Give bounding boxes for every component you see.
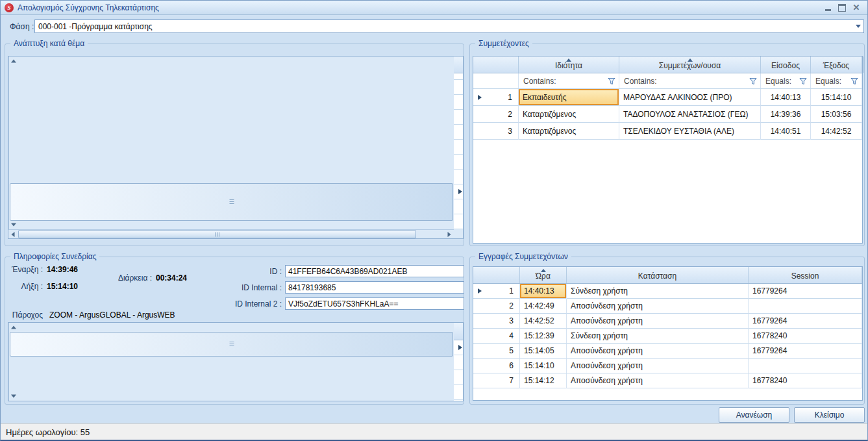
minimize-icon[interactable]: [821, 3, 835, 13]
refresh-button[interactable]: Ανανέωση: [719, 407, 789, 423]
row-number-cell[interactable]: 45: [454, 73, 463, 80]
table-row[interactable]: 5310/02/2022Τακτικό πλάνο επικοινωνίας μ…: [454, 184, 463, 199]
row-number-cell[interactable]: 54: [454, 199, 463, 214]
row-number-cell[interactable]: 3: [473, 314, 520, 329]
table-row[interactable]: 3ΚαταρτιζόμενοςΤΣΕΛΕΚΙΔΟΥ ΕΥΣΤΑΘΙΑ (ΑΛΕ)…: [473, 123, 862, 140]
table-row[interactable]: 715:14:12Αποσύνδεση χρήστη16778240: [473, 373, 862, 388]
row-number-cell[interactable]: 5: [473, 344, 520, 359]
row-number-cell[interactable]: 55: [454, 214, 463, 229]
row-number-cell[interactable]: 48: [454, 110, 463, 125]
cell-time[interactable]: 15:14:12: [520, 373, 567, 388]
column-header[interactable]: [473, 57, 519, 73]
cell-status[interactable]: Σύνδεση χρήστη: [567, 329, 749, 344]
session-id-internal-field[interactable]: [285, 281, 464, 294]
table-row[interactable]: 515:14:05Αποσύνδεση χρήστη16779264: [473, 344, 862, 359]
cell-status[interactable]: Αποσύνδεση χρήστη: [567, 314, 749, 329]
cell-participant-name[interactable]: ΜΑΡΟΥΔΑΣ ΑΛΚΙΝΟΟΣ (ΠΡΟ): [619, 89, 761, 106]
cell-entry-time[interactable]: 14:39:36: [761, 106, 811, 123]
filter-cell[interactable]: Contains:: [619, 73, 761, 88]
column-header[interactable]: Συμμετέχων/ουσα: [619, 57, 761, 73]
column-header[interactable]: Ώρα: [520, 267, 567, 283]
cell-entry-time[interactable]: 14:40:13: [761, 89, 811, 106]
cell-session[interactable]: [749, 359, 862, 373]
row-number-cell[interactable]: 1: [473, 89, 519, 106]
row-number-cell[interactable]: 51: [454, 155, 463, 170]
table-row[interactable]: 4605/02/2022Τακτικό πλάνο επικοινωνίας μ…: [454, 80, 463, 95]
cell-session[interactable]: 16779264: [749, 314, 862, 329]
row-number-cell[interactable]: 2: [473, 106, 519, 123]
development-horizontal-scrollbar[interactable]: [8, 229, 454, 238]
cell-exit-time[interactable]: 15:03:56: [811, 106, 862, 123]
cell-time[interactable]: 15:14:05: [520, 344, 567, 359]
scroll-thumb[interactable]: [10, 332, 453, 357]
column-header[interactable]: Κατάσταση: [567, 267, 749, 283]
filter-cell[interactable]: Equals:: [761, 73, 811, 88]
cell-role[interactable]: Εκπαιδευτής: [519, 89, 619, 106]
cell-time[interactable]: 14:40:13: [520, 284, 567, 299]
scroll-track[interactable]: [9, 332, 454, 392]
table-row[interactable]: 415:12:39Σύνδεση χρήστη16778240: [473, 329, 862, 344]
row-number-cell[interactable]: 50: [454, 140, 463, 155]
scroll-right-icon[interactable]: [445, 230, 454, 239]
cell-participant-name[interactable]: ΤΣΕΛΕΚΙΔΟΥ ΕΥΣΤΑΘΙΑ (ΑΛΕ): [619, 123, 761, 140]
filter-cell[interactable]: Contains:: [519, 73, 619, 88]
cell-session[interactable]: 16779264: [749, 284, 862, 299]
row-number-cell[interactable]: 3: [473, 123, 519, 140]
filter-cell[interactable]: Equals:: [811, 73, 862, 88]
cell-role[interactable]: Καταρτιζόμενος: [519, 123, 619, 140]
scroll-up-icon[interactable]: [9, 57, 18, 66]
close-icon[interactable]: [849, 3, 863, 13]
row-number-cell[interactable]: 49: [454, 125, 463, 140]
table-row[interactable]: 114:40:13Σύνδεση χρήστη16779264: [473, 284, 862, 299]
table-row[interactable]: 4909/02/2022Έρευνα αγοράς (Σ)/Έρευνα αγο…: [454, 125, 463, 140]
cell-session[interactable]: [749, 299, 862, 314]
session-events-vertical-scrollbar[interactable]: [8, 323, 454, 401]
cell-status[interactable]: Αποσύνδεση χρήστη: [567, 344, 749, 359]
row-number-cell[interactable]: 46: [454, 80, 463, 95]
cell-status[interactable]: Αποσύνδεση χρήστη: [567, 359, 749, 373]
table-row[interactable]: 4504/02/2022Τακτικό πλάνο επικοινωνίας μ…: [454, 73, 463, 80]
table-row[interactable]: 214:42:49Αποσύνδεση χρήστη: [473, 299, 862, 314]
cell-exit-time[interactable]: 14:42:52: [811, 123, 862, 140]
cell-time[interactable]: 14:42:52: [520, 314, 567, 329]
table-row[interactable]: 5210/02/2022Έρευνα αγοράς (Σ)/Έρευνα αγο…: [454, 170, 463, 184]
cell-status[interactable]: Σύνδεση χρήστη: [567, 284, 749, 299]
table-row[interactable]: 5110/02/2022Τακτικό πλάνο επικοινωνίας μ…: [454, 155, 463, 170]
row-number-cell[interactable]: 4: [454, 385, 463, 400]
row-number-cell[interactable]: 47: [454, 95, 463, 110]
row-number-cell[interactable]: 2: [473, 299, 520, 314]
cell-time[interactable]: 14:42:49: [520, 299, 567, 314]
table-row[interactable]: 4808/02/2022Τακτικό πλάνο επικοινωνίας μ…: [454, 110, 463, 125]
scroll-down-icon[interactable]: [9, 392, 18, 401]
row-number-cell[interactable]: 4: [473, 329, 520, 344]
cell-role[interactable]: Καταρτιζόμενος: [519, 106, 619, 123]
cell-session[interactable]: 16779264: [749, 344, 862, 359]
column-header[interactable]: Session: [749, 267, 862, 283]
filter-funnel-icon[interactable]: [608, 77, 615, 85]
table-row[interactable]: 114:39:23Διαδικασία εισόδου: [454, 340, 463, 355]
chevron-down-icon[interactable]: [853, 20, 863, 32]
cell-entry-time[interactable]: 14:40:51: [761, 123, 811, 140]
row-number-cell[interactable]: 1: [473, 284, 520, 299]
cell-exit-time[interactable]: 15:14:10: [811, 89, 862, 106]
filter-funnel-icon[interactable]: [749, 77, 757, 85]
column-header[interactable]: Είσοδος: [761, 57, 811, 73]
table-row[interactable]: 314:39:34Αίτημα δημιουργίας meeting λόγω…: [454, 370, 463, 385]
cell-participant-name[interactable]: ΤΑΔΟΠΟΥΛΟΣ ΑΝΑΣΤΑΣΙΟΣ (ΓΕΩ): [619, 106, 761, 123]
table-row[interactable]: 1ΕκπαιδευτήςΜΑΡΟΥΔΑΣ ΑΛΚΙΝΟΟΣ (ΠΡΟ)14:40…: [473, 89, 862, 106]
row-number-cell[interactable]: 52: [454, 170, 463, 184]
scroll-down-icon[interactable]: [9, 220, 18, 229]
scroll-thumb[interactable]: [18, 230, 416, 238]
development-vertical-scrollbar[interactable]: [8, 57, 454, 229]
table-row[interactable]: 4706/02/2022Τακτικό πλάνο επικοινωνίας μ…: [454, 95, 463, 110]
table-row[interactable]: 615:14:10Αποσύνδεση χρήστη: [473, 359, 862, 373]
session-id-field[interactable]: [285, 265, 464, 277]
row-number-cell[interactable]: 7: [473, 373, 520, 388]
column-header[interactable]: Ιδιότητα: [519, 57, 619, 73]
cell-time[interactable]: 15:12:39: [520, 329, 567, 344]
table-row[interactable]: 414:42:49Τερματισμός meeting: [454, 385, 463, 400]
session-id-internal2-field[interactable]: [285, 297, 464, 310]
scroll-up-icon[interactable]: [9, 323, 18, 332]
row-number-cell[interactable]: 2: [454, 355, 463, 370]
table-row[interactable]: 314:42:52Αποσύνδεση χρήστη16779264: [473, 314, 862, 329]
